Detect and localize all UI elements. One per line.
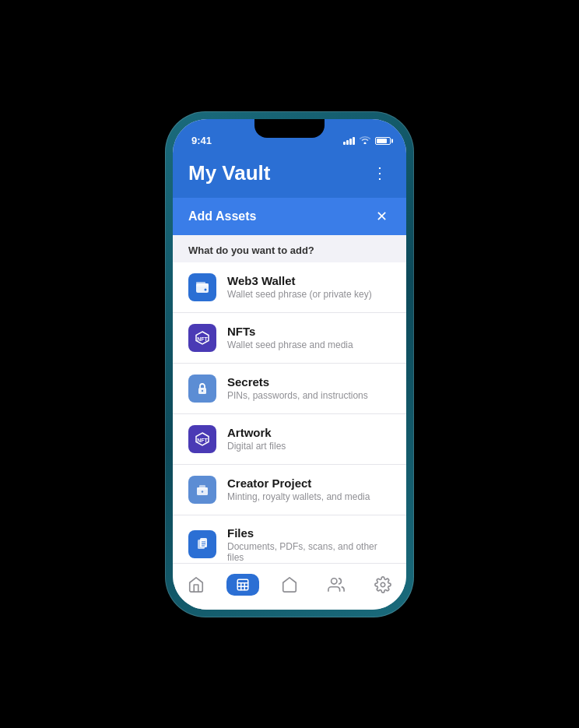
signal-icon bbox=[343, 137, 355, 145]
wallet-icon bbox=[188, 273, 216, 301]
creator-project-subtitle: Minting, royalty wallets, and media bbox=[227, 491, 391, 502]
menu-item-nfts[interactable]: NFT NFTs Wallet seed phrase and media bbox=[173, 313, 406, 364]
svg-rect-19 bbox=[237, 579, 248, 590]
header-menu-button[interactable]: ⋮ bbox=[369, 162, 391, 184]
svg-text:NFT: NFT bbox=[197, 438, 208, 443]
header: My Vault ⋮ bbox=[173, 153, 406, 198]
menu-item-secrets[interactable]: Secrets PINs, passwords, and instruction… bbox=[173, 364, 406, 414]
svg-rect-12 bbox=[199, 485, 205, 488]
nav-home[interactable] bbox=[173, 576, 219, 593]
add-assets-title: Add Assets bbox=[188, 209, 256, 223]
nav-people[interactable] bbox=[313, 576, 360, 593]
prompt-label: What do you want to add? bbox=[173, 235, 406, 262]
web3-wallet-title: Web3 Wallet bbox=[227, 274, 391, 287]
svg-rect-3 bbox=[196, 282, 205, 284]
phone-screen: 9:41 bbox=[173, 119, 406, 610]
add-assets-bar: Add Assets ✕ bbox=[173, 198, 406, 235]
nav-upload[interactable] bbox=[266, 576, 313, 593]
svg-text:NFT: NFT bbox=[197, 336, 208, 342]
phone-frame: 9:41 bbox=[165, 111, 414, 617]
web3-wallet-subtitle: Wallet seed phrase (or private key) bbox=[227, 289, 391, 300]
status-icons bbox=[343, 135, 391, 146]
files-title: Files bbox=[227, 526, 391, 540]
svg-point-7 bbox=[202, 389, 203, 391]
bottom-navigation bbox=[173, 563, 406, 610]
svg-point-2 bbox=[205, 288, 207, 290]
notch bbox=[254, 119, 325, 138]
nfts-title: NFTs bbox=[227, 325, 391, 338]
artwork-title: Artwork bbox=[227, 426, 391, 439]
nfts-text: NFTs Wallet seed phrase and media bbox=[227, 325, 391, 350]
artwork-icon: NFT bbox=[188, 425, 216, 453]
status-bar: 9:41 bbox=[173, 119, 406, 153]
battery-icon bbox=[375, 137, 391, 145]
artwork-subtitle: Digital art files bbox=[227, 441, 391, 452]
secrets-title: Secrets bbox=[227, 375, 391, 389]
nav-settings[interactable] bbox=[360, 576, 406, 593]
secrets-subtitle: PINs, passwords, and instructions bbox=[227, 390, 391, 401]
page-title: My Vault bbox=[188, 161, 270, 185]
asset-type-list: Web3 Wallet Wallet seed phrase (or priva… bbox=[173, 262, 406, 563]
creator-project-text: Creator Project Minting, royalty wallets… bbox=[227, 477, 391, 502]
status-time: 9:41 bbox=[191, 135, 212, 146]
artwork-text: Artwork Digital art files bbox=[227, 426, 391, 452]
creator-project-title: Creator Project bbox=[227, 477, 391, 490]
svg-point-24 bbox=[332, 579, 337, 584]
main-content: What do you want to add? bbox=[173, 235, 406, 563]
menu-item-artwork[interactable]: NFT Artwork Digital art files bbox=[173, 414, 406, 465]
nfts-subtitle: Wallet seed phrase and media bbox=[227, 339, 391, 350]
svg-point-25 bbox=[381, 582, 385, 587]
svg-point-13 bbox=[202, 491, 203, 492]
files-subtitle: Documents, PDFs, scans, and other files bbox=[227, 541, 391, 563]
menu-item-files[interactable]: Files Documents, PDFs, scans, and other … bbox=[173, 515, 406, 563]
web3-wallet-text: Web3 Wallet Wallet seed phrase (or priva… bbox=[227, 274, 391, 300]
secrets-text: Secrets PINs, passwords, and instruction… bbox=[227, 375, 391, 401]
creator-icon bbox=[188, 476, 216, 504]
menu-item-web3-wallet[interactable]: Web3 Wallet Wallet seed phrase (or priva… bbox=[173, 262, 406, 313]
close-button[interactable]: ✕ bbox=[372, 207, 391, 226]
wifi-icon bbox=[360, 135, 370, 146]
nft-icon: NFT bbox=[188, 324, 216, 352]
menu-item-creator-project[interactable]: Creator Project Minting, royalty wallets… bbox=[173, 465, 406, 515]
secrets-icon bbox=[188, 375, 216, 403]
files-icon bbox=[188, 530, 216, 558]
files-text: Files Documents, PDFs, scans, and other … bbox=[227, 526, 391, 563]
nav-vault[interactable] bbox=[219, 574, 266, 596]
